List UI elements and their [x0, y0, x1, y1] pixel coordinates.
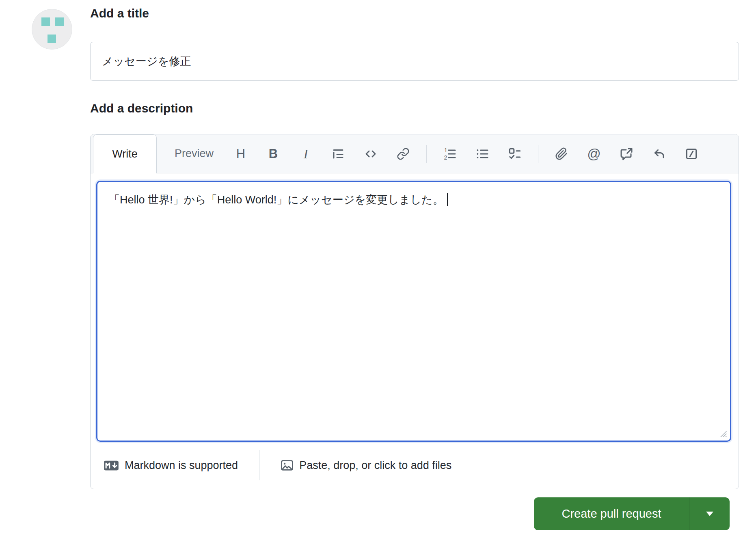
svg-text:2: 2: [444, 154, 447, 160]
mention-icon: @: [587, 147, 601, 160]
tab-preview[interactable]: Preview: [175, 147, 214, 160]
slash-commands-icon: [685, 147, 698, 160]
ordered-list-button[interactable]: 1 2: [441, 145, 459, 163]
dropdown-caret-icon: [706, 512, 713, 516]
heading-icon: H: [236, 147, 245, 160]
attach-files-label: Paste, drop, or click to add files: [299, 459, 451, 472]
identicon-square: [41, 17, 50, 26]
create-pr-button-group: Create pull request: [534, 497, 730, 530]
identicon-square: [48, 35, 56, 43]
markdown-editor: Write Preview H B I: [90, 134, 739, 489]
identicon-square: [55, 17, 64, 26]
task-list-button[interactable]: [505, 145, 524, 163]
unordered-list-icon: [476, 147, 489, 160]
markdown-supported-label: Markdown is supported: [125, 459, 238, 472]
resize-handle-icon[interactable]: [718, 429, 728, 438]
new-pull-request-form: Add a title Add a description Write Prev…: [0, 0, 756, 540]
link-button[interactable]: [394, 145, 413, 163]
svg-text:1: 1: [444, 147, 447, 153]
mention-button[interactable]: @: [585, 145, 603, 163]
code-icon: [364, 147, 377, 160]
toolbar-divider: [426, 145, 427, 163]
attach-files-dropzone[interactable]: Paste, drop, or click to add files: [281, 459, 451, 472]
bold-button[interactable]: B: [264, 145, 283, 163]
add-title-heading: Add a title: [90, 6, 149, 20]
paperclip-icon: [555, 147, 568, 160]
cross-reference-icon: [620, 147, 633, 160]
editor-header: Write Preview H B I: [91, 134, 739, 173]
unordered-list-button[interactable]: [473, 145, 492, 163]
footer-divider: [259, 450, 259, 480]
write-tab-label: Write: [112, 148, 138, 160]
markdown-supported-link[interactable]: Markdown is supported: [104, 459, 238, 472]
slash-commands-button[interactable]: [682, 145, 701, 163]
quote-icon: [332, 147, 345, 160]
italic-icon: I: [304, 147, 308, 160]
italic-button[interactable]: I: [296, 145, 315, 163]
ordered-list-icon: 1 2: [443, 147, 456, 160]
saved-replies-button[interactable]: [650, 145, 668, 163]
pr-title-input[interactable]: [90, 42, 739, 81]
description-text: 「Hello 世界!」から「Hello World!」にメッセージを変更しました…: [109, 194, 444, 206]
add-description-heading: Add a description: [90, 102, 193, 115]
bold-icon: B: [269, 147, 278, 160]
cross-reference-button[interactable]: [617, 145, 636, 163]
toolbar-divider: [538, 145, 538, 163]
markdown-icon: [104, 460, 119, 471]
create-pr-options-dropdown[interactable]: [689, 497, 730, 530]
tab-write[interactable]: Write: [93, 134, 157, 173]
attach-file-button[interactable]: [552, 145, 571, 163]
reply-icon: [652, 147, 665, 160]
editor-footer: Markdown is supported Paste, drop, or cl…: [96, 443, 733, 488]
quote-button[interactable]: [329, 145, 348, 163]
description-textarea[interactable]: 「Hello 世界!」から「Hello World!」にメッセージを変更しました…: [96, 181, 731, 442]
image-icon: [281, 459, 294, 472]
link-icon: [397, 147, 410, 160]
formatting-toolbar: H B I: [231, 145, 701, 163]
task-list-icon: [508, 147, 521, 160]
text-cursor: [447, 193, 448, 206]
code-button[interactable]: [361, 145, 380, 163]
create-pull-request-button[interactable]: Create pull request: [534, 497, 689, 530]
user-avatar-identicon: [32, 9, 72, 50]
heading-button[interactable]: H: [231, 145, 250, 163]
